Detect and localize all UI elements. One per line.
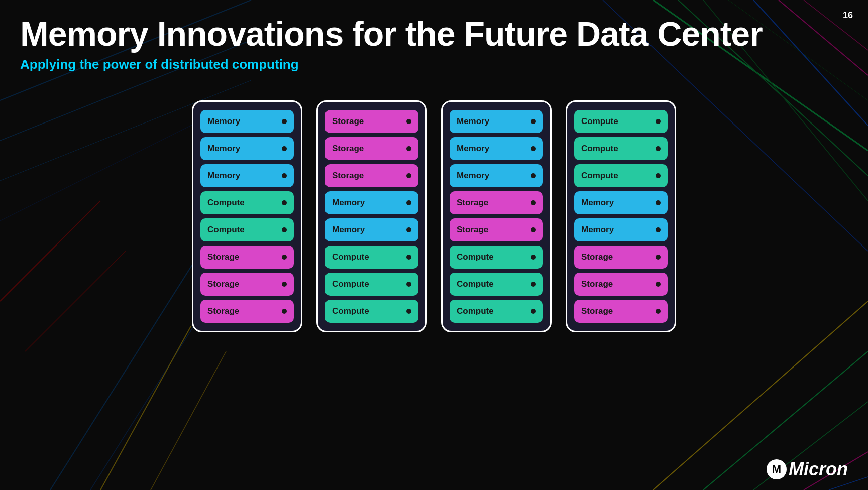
module-label: Compute [207,225,245,235]
module-compute-2-7: Compute [325,273,418,296]
module-dot [531,119,536,124]
module-dot [656,119,661,124]
module-label: Storage [457,198,488,208]
module-label: Memory [457,116,489,127]
module-dot [531,255,536,260]
micron-text: Micron [789,459,848,480]
module-label: Memory [207,144,240,154]
module-label: Memory [581,225,614,235]
module-dot [531,200,536,205]
module-dot [406,282,411,287]
module-storage-3-5: Storage [450,218,543,241]
module-dot [656,146,661,151]
module-label: Storage [581,252,613,262]
module-label: Storage [332,144,364,154]
module-label: Storage [457,225,488,235]
module-compute-4-1: Compute [574,110,668,133]
module-compute-3-8: Compute [450,300,543,323]
module-dot [531,173,536,178]
svg-line-9 [151,351,226,490]
module-compute-4-3: Compute [574,164,668,187]
module-label: Compute [581,144,618,154]
module-dot [531,282,536,287]
module-label: Memory [457,144,489,154]
module-label: Compute [581,116,618,127]
module-memory-2-4: Memory [325,191,418,214]
module-dot [531,227,536,232]
module-dot [656,173,661,178]
module-compute-2-8: Compute [325,300,418,323]
module-dot [406,173,411,178]
module-dot [656,200,661,205]
module-memory-2-5: Memory [325,218,418,241]
module-label: Memory [457,171,489,181]
module-label: Memory [207,171,240,181]
module-dot [282,119,287,124]
module-storage-1-8: Storage [200,300,294,323]
module-dot [282,282,287,287]
module-dot [282,173,287,178]
module-memory-4-4: Memory [574,191,668,214]
module-memory-4-5: Memory [574,218,668,241]
module-dot [406,309,411,314]
module-storage-1-7: Storage [200,273,294,296]
module-dot [656,255,661,260]
module-label: Compute [332,306,369,316]
module-label: Memory [332,198,365,208]
module-label: Storage [332,116,364,127]
module-memory-3-2: Memory [450,137,543,160]
module-compute-3-7: Compute [450,273,543,296]
module-label: Memory [332,225,365,235]
module-dot [656,282,661,287]
server-card-2: StorageStorageStorageMemoryMemoryCompute… [316,100,427,332]
module-dot [282,146,287,151]
module-compute-4-2: Compute [574,137,668,160]
module-dot [282,309,287,314]
module-label: Storage [581,279,613,289]
module-dot [282,255,287,260]
svg-line-8 [100,326,191,490]
module-memory-1-1: Memory [200,110,294,133]
subtitle: Applying the power of distributed comput… [20,57,848,72]
module-label: Compute [457,252,494,262]
module-dot [282,200,287,205]
module-storage-2-3: Storage [325,164,418,187]
module-label: Compute [581,171,618,181]
cards-container: MemoryMemoryMemoryComputeComputeStorageS… [0,100,868,332]
module-dot [406,200,411,205]
module-label: Storage [207,252,239,262]
module-compute-1-4: Compute [200,191,294,214]
module-dot [531,309,536,314]
module-dot [406,146,411,151]
module-label: Storage [332,171,364,181]
module-compute-1-5: Compute [200,218,294,241]
module-dot [531,146,536,151]
server-card-4: ComputeComputeComputeMemoryMemoryStorage… [566,100,676,332]
module-storage-1-6: Storage [200,246,294,269]
module-label: Memory [581,198,614,208]
micron-icon: M [767,459,787,479]
module-storage-4-6: Storage [574,246,668,269]
module-storage-4-8: Storage [574,300,668,323]
module-label: Storage [581,306,613,316]
module-memory-3-3: Memory [450,164,543,187]
module-dot [282,227,287,232]
module-dot [406,255,411,260]
module-memory-3-1: Memory [450,110,543,133]
module-memory-1-3: Memory [200,164,294,187]
main-title: Memory Innovations for the Future Data C… [20,15,848,53]
header: Memory Innovations for the Future Data C… [20,15,848,72]
server-card-1: MemoryMemoryMemoryComputeComputeStorageS… [192,100,302,332]
module-dot [656,309,661,314]
module-label: Storage [207,279,239,289]
module-label: Compute [457,306,494,316]
module-label: Memory [207,116,240,127]
module-compute-3-6: Compute [450,246,543,269]
server-card-3: MemoryMemoryMemoryStorageStorageComputeC… [441,100,552,332]
module-storage-2-2: Storage [325,137,418,160]
module-label: Compute [207,198,245,208]
module-label: Compute [332,279,369,289]
micron-logo: M Micron [767,459,848,480]
module-storage-4-7: Storage [574,273,668,296]
module-storage-3-4: Storage [450,191,543,214]
